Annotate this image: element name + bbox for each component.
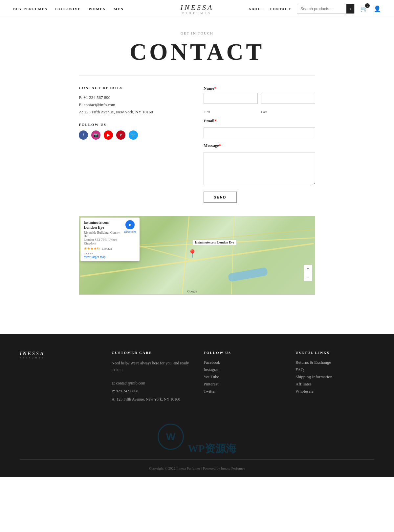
contact-email: E: contact@info.com — [79, 102, 190, 107]
main-content: GET IN TOUCH CONTACT CONTACT DETAILS P: … — [72, 18, 322, 334]
youtube-icon[interactable]: ▶ — [104, 130, 113, 140]
pinterest-icon[interactable]: P — [116, 130, 125, 140]
eyebrow: GET IN TOUCH — [79, 31, 315, 35]
footer-twitter[interactable]: Twitter — [204, 389, 282, 394]
contact-address: A: 123 Fifth Avenue, New York, NY 10160 — [79, 109, 190, 115]
footer-returns[interactable]: Returns & Exchange — [296, 360, 374, 365]
wp-watermark: W WP资源海 — [20, 417, 374, 459]
footer-pinterest[interactable]: Pinterest — [204, 382, 282, 387]
nav-about[interactable]: ABOUT — [249, 7, 264, 11]
map-location-label: lastminute.com London Eye — [193, 240, 237, 245]
name-fields — [204, 93, 315, 108]
map-popup-address: Riverside Building, County Hall,London S… — [84, 231, 121, 245]
footer-faq[interactable]: FAQ — [296, 367, 374, 372]
contact-details: CONTACT DETAILS P: +1 234 567 890 E: con… — [79, 86, 190, 203]
footer-facebook[interactable]: Facebook — [204, 360, 282, 365]
map-controls: + − — [304, 265, 312, 281]
instagram-icon[interactable]: 📷 — [91, 130, 100, 140]
first-name-input[interactable] — [204, 93, 258, 104]
nav-contact[interactable]: CONTACT — [270, 7, 291, 11]
footer-bottom: Copyright © 2022 Innesa Perfumes | Power… — [20, 459, 374, 470]
directions-label: Directions — [124, 230, 137, 233]
logo-main: INESSA — [181, 3, 214, 12]
footer-phone: P: 929-242-6868 — [112, 388, 190, 394]
first-label: First — [204, 110, 258, 114]
message-label: Message* — [204, 143, 315, 148]
footer-logo-main: INESSA — [20, 351, 98, 357]
email-label: Email* — [204, 118, 315, 124]
nav-left: BUY PERFUMES EXCLUSIVE WOMEN MEN — [13, 7, 124, 11]
footer-instagram[interactable]: Instagram — [204, 367, 282, 372]
nav-buy-perfumes[interactable]: BUY PERFUMES — [13, 7, 47, 11]
search-button[interactable]: › — [346, 4, 354, 13]
message-input[interactable] — [204, 152, 315, 185]
footer-grid: INESSA PERFUMES CUSTOMER CARE Need help?… — [20, 351, 374, 404]
email-input[interactable] — [204, 127, 315, 138]
footer-tagline: Need help? We're always here for you, an… — [112, 360, 190, 373]
contact-phone: P: +1 234 567 890 — [79, 95, 190, 100]
search-bar: › — [297, 4, 355, 14]
cart-icon[interactable]: 🛒 0 — [361, 5, 368, 12]
svg-text:W: W — [166, 431, 176, 442]
search-input[interactable] — [297, 5, 346, 13]
user-icon[interactable]: 👤 — [374, 5, 381, 12]
follow-us-label: FOLLOW US — [79, 123, 190, 127]
nav-right: ABOUT CONTACT › 🛒 0 👤 — [249, 4, 381, 14]
footer-wholesale[interactable]: Wholesale — [296, 389, 374, 394]
facebook-icon[interactable]: f — [79, 130, 88, 140]
map-view-larger[interactable]: View larger map — [84, 255, 105, 259]
footer: INESSA PERFUMES CUSTOMER CARE Need help?… — [0, 334, 394, 477]
twitter-icon[interactable]: 🐦 — [129, 130, 138, 140]
footer-useful-links-heading: USEFUL LINKS — [296, 351, 374, 355]
footer-customer-care-heading: CUSTOMER CARE — [112, 351, 190, 355]
page-title: CONTACT — [79, 38, 315, 66]
footer-email: E: contact@info.com — [112, 380, 190, 386]
footer-useful-links: USEFUL LINKS Returns & Exchange FAQ Ship… — [296, 351, 374, 404]
map-placeholder: lastminute.com London Eye 📍 lastminute.c… — [79, 216, 315, 294]
contact-form: Name* First Last Email* Message* SEND — [204, 86, 315, 203]
footer-logo-sub: PERFUMES — [20, 357, 98, 359]
map-popup-rating-row: ★★★★½ 1,39,328 reviews — [84, 246, 121, 255]
logo-sub: PERFUMES — [181, 12, 214, 15]
send-button[interactable]: SEND — [204, 192, 237, 203]
nav-women[interactable]: WOMEN — [89, 7, 106, 11]
contact-details-heading: CONTACT DETAILS — [79, 86, 190, 90]
cart-badge: 0 — [365, 3, 370, 8]
zoom-in-button[interactable]: + — [304, 265, 312, 273]
directions-btn[interactable]: ➤ Directions — [124, 220, 137, 233]
divider — [79, 76, 315, 76]
map-container[interactable]: lastminute.com London Eye 📍 lastminute.c… — [79, 216, 315, 295]
name-sub-labels: First Last — [204, 110, 315, 114]
footer-brand-col: INESSA PERFUMES — [20, 351, 98, 404]
map-pin: 📍 — [187, 249, 197, 258]
footer-customer-care: CUSTOMER CARE Need help? We're always he… — [112, 351, 190, 404]
footer-follow-us: FOLLOW US Facebook Instagram YouTube Pin… — [204, 351, 282, 404]
footer-address: A: 123 Fifth Avenue, New York, NY 10160 — [112, 396, 190, 403]
footer-affiliates[interactable]: Affiliates — [296, 382, 374, 387]
last-label: Last — [261, 110, 315, 114]
map-water — [228, 267, 268, 282]
map-popup-stars: ★★★★½ — [84, 246, 99, 250]
social-icons: f 📷 ▶ P 🐦 — [79, 130, 190, 140]
last-name-input[interactable] — [261, 93, 315, 104]
footer-follow-us-heading: FOLLOW US — [204, 351, 282, 355]
nav-exclusive[interactable]: EXCLUSIVE — [55, 7, 81, 11]
google-label: Google — [187, 289, 197, 293]
nav-men[interactable]: MEN — [114, 7, 124, 11]
map-popup-title: lastminute.com London Eye — [84, 220, 121, 230]
name-label: Name* — [204, 86, 315, 91]
copyright-text: Copyright © 2022 Innesa Perfumes | Power… — [149, 466, 245, 470]
map-popup: lastminute.com London Eye Riverside Buil… — [80, 218, 140, 261]
contact-grid: CONTACT DETAILS P: +1 234 567 890 E: con… — [79, 86, 315, 203]
zoom-out-button[interactable]: − — [304, 273, 312, 281]
footer-shipping[interactable]: Shipping Information — [296, 374, 374, 380]
header: BUY PERFUMES EXCLUSIVE WOMEN MEN INESSA … — [0, 0, 394, 18]
footer-youtube[interactable]: YouTube — [204, 374, 282, 380]
logo[interactable]: INESSA PERFUMES — [181, 3, 214, 15]
